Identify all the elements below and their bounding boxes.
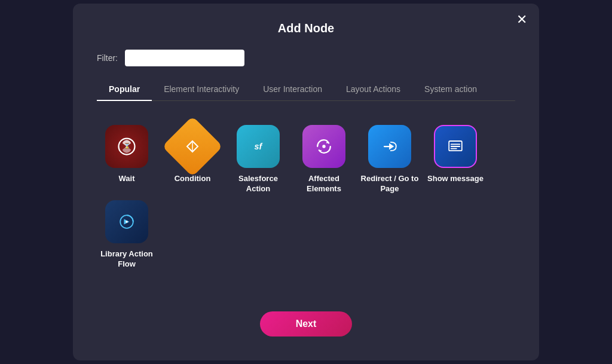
- redirect-label: Redirect / Go to Page: [360, 174, 420, 194]
- node-redirect[interactable]: Redirect / Go to Page: [360, 125, 420, 194]
- condition-icon: [183, 137, 201, 155]
- tab-system-action[interactable]: System action: [412, 78, 489, 101]
- filter-row: Filter:: [97, 50, 515, 66]
- affected-icon: [313, 136, 335, 157]
- tabs-container: Popular Element Interactivity User Inter…: [97, 78, 515, 101]
- filter-input[interactable]: [125, 50, 244, 66]
- node-showmsg[interactable]: Show message: [426, 125, 485, 194]
- affected-icon-bg: [302, 125, 345, 168]
- modal: Add Node ✕ Filter: Popular Element Inter…: [73, 4, 539, 360]
- wait-icon-bg: ⌛: [105, 125, 148, 168]
- showmsg-icon-bg: [434, 125, 477, 168]
- tab-element-interactivity[interactable]: Element Interactivity: [152, 78, 251, 101]
- node-wait[interactable]: ⌛ Wait: [97, 125, 157, 194]
- svg-text:⌛: ⌛: [124, 142, 131, 149]
- showmsg-label: Show message: [427, 174, 484, 184]
- affected-label: Affected Elements: [294, 174, 354, 194]
- redirect-icon-bg: [368, 125, 411, 168]
- nodes-grid: ⌛ Wait Condition: [97, 119, 515, 276]
- salesforce-icon-bg: sf: [237, 125, 280, 168]
- node-library[interactable]: Library Action Flow: [97, 200, 157, 270]
- svg-text:sf: sf: [255, 142, 263, 152]
- svg-point-4: [322, 145, 325, 148]
- modal-title: Add Node: [97, 22, 515, 35]
- redirect-icon: [379, 136, 400, 157]
- wait-label: Wait: [119, 174, 135, 184]
- node-condition[interactable]: Condition: [163, 125, 222, 194]
- next-button-row: Next: [97, 311, 515, 337]
- wait-icon: ⌛: [116, 136, 137, 157]
- condition-label: Condition: [175, 174, 211, 184]
- showmsg-icon: [445, 136, 466, 157]
- tab-popular[interactable]: Popular: [97, 78, 152, 101]
- tab-layout-actions[interactable]: Layout Actions: [334, 78, 412, 101]
- salesforce-icon: sf: [247, 136, 269, 157]
- library-icon: [116, 211, 137, 233]
- close-button[interactable]: ✕: [516, 13, 527, 26]
- tab-user-interaction[interactable]: User Interaction: [251, 78, 334, 101]
- next-button[interactable]: Next: [260, 311, 353, 337]
- node-affected[interactable]: Affected Elements: [294, 125, 354, 194]
- salesforce-label: Salesforce Action: [228, 174, 288, 194]
- condition-icon-bg: [171, 125, 214, 168]
- library-icon-bg: [105, 200, 148, 243]
- node-salesforce[interactable]: sf Salesforce Action: [228, 125, 288, 194]
- condition-diamond: [162, 116, 223, 177]
- svg-point-10: [126, 221, 128, 223]
- library-label: Library Action Flow: [97, 249, 157, 270]
- filter-label: Filter:: [97, 53, 118, 63]
